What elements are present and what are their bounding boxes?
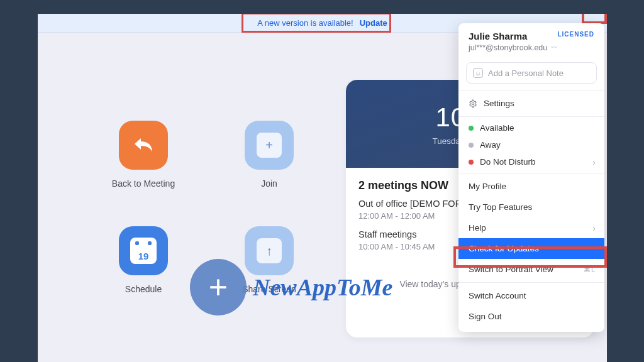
status-dnd-label: Do Not Disturb xyxy=(480,157,536,167)
switch-account-menu-item[interactable]: Switch Account xyxy=(458,285,604,306)
check-updates-label: Check for Updates xyxy=(469,244,539,253)
switch-account-label: Switch Account xyxy=(469,291,526,300)
chevron-right-icon: › xyxy=(592,157,596,167)
status-dot-grey xyxy=(469,143,474,148)
schedule-label: Schedule xyxy=(125,284,162,294)
profile-menu: Julie Sharma LICENSED jul***@stonybrook.… xyxy=(458,23,604,332)
portrait-shortcut: ⌘L xyxy=(584,265,596,273)
settings-menu-item[interactable]: Settings xyxy=(458,93,604,114)
help-label: Help xyxy=(469,223,486,233)
status-away-label: Away xyxy=(480,140,501,150)
schedule-button[interactable]: 19 xyxy=(119,226,168,275)
status-away[interactable]: Away xyxy=(458,136,604,153)
chevron-right-icon: › xyxy=(592,223,596,233)
status-dnd[interactable]: Do Not Disturb › xyxy=(458,153,604,170)
arrow-up-icon: ↑ xyxy=(257,238,282,263)
my-profile-label: My Profile xyxy=(469,182,506,191)
plus-icon: + xyxy=(257,133,282,158)
update-link[interactable]: Update xyxy=(360,18,387,28)
top-features-label: Try Top Features xyxy=(469,202,532,212)
share-screen-label: Share Screen xyxy=(242,284,296,294)
settings-label: Settings xyxy=(484,99,514,108)
license-badge: LICENSED xyxy=(557,31,594,38)
my-profile-menu-item[interactable]: My Profile xyxy=(458,176,604,197)
calendar-icon: 19 xyxy=(130,238,157,264)
share-screen-button[interactable]: ↑ xyxy=(245,226,294,275)
status-dot-green xyxy=(469,126,474,131)
check-updates-menu-item[interactable]: Check for Updates xyxy=(458,238,604,259)
back-to-meeting-button[interactable] xyxy=(119,121,168,170)
profile-name: Julie Sharma xyxy=(469,31,527,41)
join-label: Join xyxy=(261,178,277,189)
profile-email: jul***@stonybrook.edu xyxy=(469,43,547,52)
calendar-day: 19 xyxy=(138,251,149,261)
top-features-menu-item[interactable]: Try Top Features xyxy=(458,197,604,217)
emoji-icon: ☺ xyxy=(473,68,483,78)
hide-email-icon[interactable]: ᵕᵕ xyxy=(551,43,557,52)
separator xyxy=(458,116,604,117)
personal-note-placeholder: Add a Personal Note xyxy=(488,69,564,78)
personal-note-input[interactable]: ☺ Add a Personal Note xyxy=(466,62,597,84)
portrait-view-label: Switch to Portrait View xyxy=(469,265,553,274)
reply-arrow-icon xyxy=(132,136,155,155)
back-to-meeting-label: Back to Meeting xyxy=(112,178,175,189)
status-dot-red xyxy=(469,160,474,165)
sign-out-menu-item[interactable]: Sign Out xyxy=(458,306,604,327)
separator xyxy=(458,90,604,90)
svg-point-0 xyxy=(472,102,474,105)
update-banner-text: A new version is available! xyxy=(257,18,353,28)
join-button[interactable]: + xyxy=(245,121,294,170)
app-window: A new version is available! Update Back … xyxy=(38,14,607,362)
status-available-label: Available xyxy=(480,123,514,133)
separator xyxy=(458,173,604,173)
status-available[interactable]: Available xyxy=(458,119,604,136)
home-action-grid: Back to Meeting + Join 19 Schedule ↑ Sha… xyxy=(99,121,313,294)
portrait-view-menu-item[interactable]: Switch to Portrait View ⌘L xyxy=(458,259,604,280)
help-menu-item[interactable]: Help › xyxy=(458,217,604,238)
sign-out-label: Sign Out xyxy=(469,312,502,321)
gear-icon xyxy=(469,99,477,108)
separator xyxy=(458,282,604,283)
